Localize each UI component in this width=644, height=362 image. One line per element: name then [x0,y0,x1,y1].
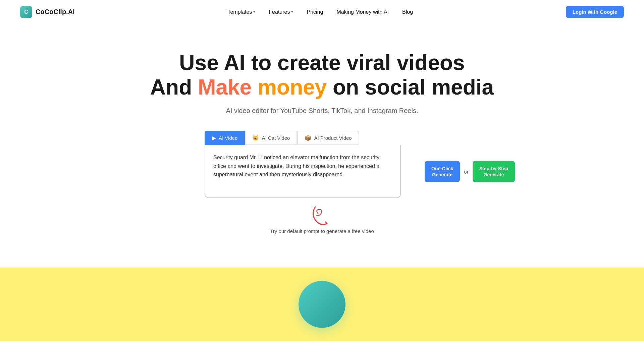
teal-ball-decoration [299,281,345,328]
navbar: C CoCoClip.AI Templates ▾ Features ▾ Pri… [0,0,644,24]
hero-subtitle: AI video editor for YouTube Shorts, TikT… [226,107,418,115]
one-click-generate-button[interactable]: One-Click Generate [425,161,460,182]
nav-item-features[interactable]: Features ▾ [263,6,299,18]
or-divider: or [464,169,468,174]
highlight-money: money [252,75,327,99]
nav-links: Templates ▾ Features ▾ Pricing Making Mo… [222,6,418,18]
prompt-text-box [205,145,401,198]
yellow-section [0,267,644,341]
hero-section: Use AI to create viral videos And Make m… [0,24,644,247]
hero-title-line2: And Make money on social media [150,74,494,100]
video-icon: ▶ [212,135,216,141]
buttons-area: One-Click Generate or Step-by-Step Gener… [425,161,515,182]
prompt-input[interactable] [213,153,392,187]
chevron-down-icon: ▾ [291,10,293,14]
yellow-inner [121,267,523,328]
tab-ai-product-video[interactable]: 📦 AI Product Video [297,131,359,145]
tab-ai-video[interactable]: ▶ AI Video [205,131,245,145]
highlight-make: Make [198,75,252,99]
product-icon: 📦 [305,135,311,141]
cat-icon: 🐱 [252,135,259,141]
logo-icon: C [20,6,32,18]
hint-text: Try our default prompt to generate a fre… [270,228,374,234]
hero-title-line1: Use AI to create viral videos [179,51,465,74]
nav-item-pricing[interactable]: Pricing [301,6,328,18]
logo[interactable]: C CoCoClip.AI [20,6,75,18]
logo-text: CoCoClip.AI [36,8,75,16]
step-by-step-generate-button[interactable]: Step-by-Step Generate [473,161,515,182]
editor-area: One-Click Generate or Step-by-Step Gener… [205,145,439,198]
chevron-down-icon: ▾ [253,10,255,14]
nav-item-templates[interactable]: Templates ▾ [222,6,261,18]
arrow-icon [309,203,335,227]
nav-item-making-money[interactable]: Making Money with AI [331,6,394,18]
editor-wrapper: ▶ AI Video 🐱 AI Cat Video 📦 AI Product V… [205,131,439,198]
login-button[interactable]: Login With Google [566,6,624,18]
hint-area: Try our default prompt to generate a fre… [270,203,374,234]
tabs-container: ▶ AI Video 🐱 AI Cat Video 📦 AI Product V… [205,131,359,145]
nav-item-blog[interactable]: Blog [397,6,418,18]
tab-ai-cat-video[interactable]: 🐱 AI Cat Video [245,131,297,145]
